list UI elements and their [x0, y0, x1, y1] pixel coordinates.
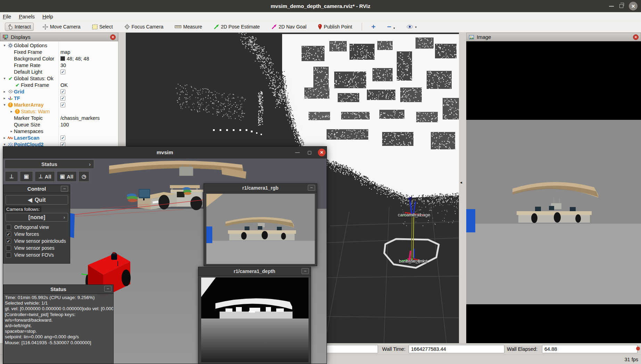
- camera-depth-window[interactable]: r1/camera1_depth –: [198, 267, 311, 364]
- option-orthogonal-view[interactable]: Orthogonal view: [4, 224, 69, 231]
- rviz-window: mvsim_demo_depth_camera.rviz* - RViz ✕ F…: [0, 0, 641, 364]
- checkbox[interactable]: ✓: [6, 232, 11, 237]
- restore-icon[interactable]: [619, 4, 623, 8]
- expander-icon[interactable]: ▾: [2, 76, 7, 80]
- display-row-markerarray[interactable]: ▾!MarkerArray✓: [0, 101, 118, 108]
- close-icon[interactable]: ✕: [629, 2, 638, 10]
- tool-select[interactable]: Select: [89, 23, 116, 31]
- display-row-fixed-frame[interactable]: Fixed Framemap: [0, 49, 118, 55]
- checkbox[interactable]: [6, 253, 11, 258]
- expander-icon[interactable]: ▾: [2, 142, 7, 146]
- checkbox[interactable]: ✓: [60, 135, 65, 140]
- rviz-titlebar[interactable]: mvsim_demo_depth_camera.rviz* - RViz ✕: [0, 0, 641, 12]
- display-row-frame-rate[interactable]: Frame Rate30: [0, 62, 118, 68]
- option-view-forces[interactable]: ✓View forces: [4, 231, 69, 238]
- image-close-icon[interactable]: ✕: [633, 34, 639, 40]
- display-value[interactable]: OK: [60, 82, 68, 88]
- display-value[interactable]: /chassis_markers: [60, 115, 100, 121]
- camera-rgb-window[interactable]: r1/camera1_rgb –: [204, 183, 317, 266]
- mvsim-toolbar-button-1[interactable]: ▣: [20, 171, 33, 182]
- display-row-status-warn[interactable]: ▸!Status: Warn: [0, 108, 118, 115]
- camera-depth-titlebar[interactable]: r1/camera1_depth –: [198, 267, 311, 276]
- display-row-laserscan[interactable]: ▸LaserScan✓: [0, 134, 118, 141]
- expander-icon[interactable]: ▸: [9, 129, 14, 133]
- wall-time-input[interactable]: [409, 345, 504, 353]
- panel-splitter[interactable]: ◂: [459, 33, 466, 343]
- camera-depth-minimize-icon[interactable]: –: [302, 268, 309, 274]
- mvsim-maximize-icon[interactable]: ▢: [307, 150, 312, 155]
- display-value[interactable]: map: [60, 49, 70, 55]
- camera-rgb-titlebar[interactable]: r1/camera1_rgb –: [204, 184, 317, 192]
- mvsim-close-icon[interactable]: ✕: [318, 149, 326, 156]
- tool-publish-point[interactable]: Publish Point: [315, 23, 355, 31]
- image-panel-header[interactable]: Image ✕: [466, 33, 641, 41]
- expander-icon[interactable]: ▸: [2, 90, 7, 93]
- checkbox[interactable]: ✓: [60, 69, 65, 74]
- tool-measure[interactable]: Measure: [172, 23, 205, 31]
- mvsim-toolbar-button-0[interactable]: ⊥: [5, 171, 18, 182]
- quit-button[interactable]: ◀ Quit: [6, 195, 68, 205]
- checkbox[interactable]: ✓: [60, 89, 65, 94]
- minimize-icon[interactable]: [609, 6, 614, 7]
- expander-icon[interactable]: ▸: [9, 109, 14, 113]
- option-view-sensor-fovs[interactable]: View sensor FOVs: [4, 251, 69, 258]
- checkbox[interactable]: ✓: [60, 96, 65, 101]
- mvsim-toolbar-button-4[interactable]: ◷: [79, 171, 89, 182]
- expander-icon[interactable]: ▾: [2, 103, 7, 107]
- tool-interact[interactable]: Interact: [5, 23, 34, 31]
- mvsim-toolbar-button-2[interactable]: ⊥All: [35, 171, 55, 182]
- collapse-arrow-icon[interactable]: ◂: [460, 180, 462, 185]
- display-row-grid[interactable]: ▸Grid✓: [0, 88, 118, 95]
- option-view-sensor-pointclouds[interactable]: ✓View sensor pointclouds: [4, 238, 69, 245]
- view-options-button[interactable]: ▾: [404, 23, 420, 30]
- checkbox[interactable]: [6, 225, 11, 230]
- control-panel-title: Control: [27, 186, 46, 192]
- warn-icon: !: [7, 102, 14, 107]
- menu-panels[interactable]: Panels: [19, 13, 39, 20]
- display-row-fixed-frame[interactable]: ✔Fixed FrameOK: [0, 82, 118, 88]
- mvsim-titlebar[interactable]: mvsim — ▢ ✕: [3, 147, 327, 158]
- mvsim-window[interactable]: mvsim — ▢ ✕ Status › ⊥▣⊥All▣All◷ Control…: [3, 146, 327, 364]
- control-minimize-icon[interactable]: –: [61, 186, 68, 192]
- display-row-namespaces[interactable]: ▸Namespaces: [0, 128, 118, 134]
- display-row-tf[interactable]: ▸TF✓: [0, 95, 118, 101]
- menu-help[interactable]: Help: [42, 13, 57, 20]
- tool-pose-estimate[interactable]: 2D Pose Estimate: [211, 23, 263, 31]
- mvsim-toolbar-button-3[interactable]: ▣All: [57, 171, 77, 182]
- display-row-global-options[interactable]: ▾Global Options: [0, 42, 118, 49]
- menu-file[interactable]: File: [3, 13, 15, 20]
- control-panel-header[interactable]: Control –: [3, 185, 70, 193]
- expander-icon[interactable]: ▸: [2, 96, 7, 100]
- checkbox[interactable]: ✓: [60, 102, 65, 107]
- expander-icon[interactable]: ▸: [2, 136, 7, 140]
- display-value[interactable]: 30: [60, 63, 66, 68]
- tool-move-camera[interactable]: Move Camera: [40, 23, 83, 31]
- option-view-sensor-poses[interactable]: View sensor poses: [4, 245, 69, 251]
- camera-rgb-minimize-icon[interactable]: –: [308, 185, 315, 191]
- remove-display-button[interactable]: −▾: [384, 22, 398, 31]
- status-panel-title: Status: [50, 286, 66, 292]
- display-row-global-status-ok[interactable]: ▾✔Global Status: Ok: [0, 75, 118, 82]
- displays-close-icon[interactable]: ✕: [110, 34, 116, 40]
- wall-elapsed-input[interactable]: [542, 345, 638, 353]
- display-value[interactable]: 48; 48; 48: [60, 56, 89, 61]
- display-row-background-color[interactable]: Background Color48; 48; 48: [0, 55, 118, 62]
- tool-nav-goal[interactable]: 2D Nav Goal: [269, 23, 309, 31]
- camera-follows-dropdown[interactable]: [none] ›: [6, 213, 68, 222]
- mvsim-minimize-icon[interactable]: —: [295, 150, 300, 155]
- tool-focus-camera[interactable]: Focus Camera: [122, 23, 166, 31]
- add-display-button[interactable]: +: [369, 22, 378, 31]
- display-row-queue-size[interactable]: Queue Size100: [0, 121, 118, 128]
- checkbox[interactable]: [6, 246, 11, 251]
- expander-icon[interactable]: ▾: [2, 43, 7, 47]
- displays-panel-header[interactable]: Displays ✕: [0, 33, 118, 41]
- status-minimize-icon[interactable]: –: [104, 286, 112, 292]
- left-arrow-icon: ◀: [28, 197, 32, 203]
- display-row-marker-topic[interactable]: Marker Topic/chassis_markers: [0, 115, 118, 121]
- mvsim-status-button[interactable]: Status ›: [5, 159, 94, 169]
- display-value[interactable]: 100: [60, 122, 69, 127]
- display-row-default-light[interactable]: Default Light✓: [0, 68, 118, 75]
- status-panel-header[interactable]: Status –: [3, 285, 113, 294]
- time-panel-close-icon[interactable]: [636, 347, 640, 350]
- checkbox[interactable]: ✓: [6, 239, 11, 244]
